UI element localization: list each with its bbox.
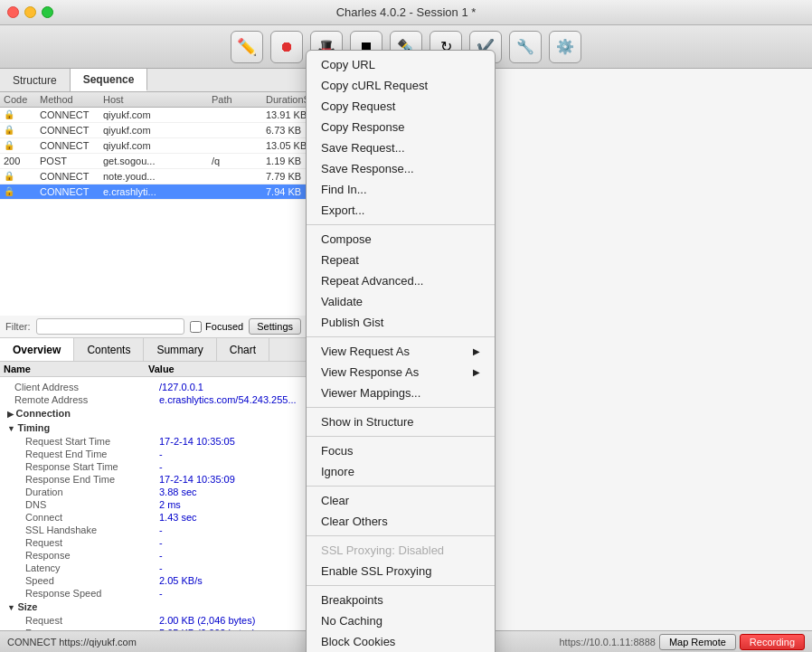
filter-label: Filter:: [5, 321, 31, 332]
menu-item-copy-url[interactable]: Copy URL: [307, 54, 495, 75]
menu-item-validate[interactable]: Validate: [307, 291, 495, 312]
tab-structure[interactable]: Structure: [0, 69, 71, 91]
list-item: Response Speed -: [4, 587, 303, 600]
col-header-duration: Duration: [266, 94, 304, 105]
section-timing[interactable]: Timing: [4, 420, 303, 435]
section-connection[interactable]: Connection: [4, 406, 303, 420]
menu-item-no-caching[interactable]: No Caching: [307, 610, 495, 631]
detail-value: /127.0.0.1: [159, 382, 203, 392]
menu-item-save-request[interactable]: Save Request...: [307, 137, 495, 158]
menu-item-breakpoints[interactable]: Breakpoints: [307, 590, 495, 610]
menu-item-save-response[interactable]: Save Response...: [307, 158, 495, 179]
record-btn[interactable]: ⏺: [270, 31, 303, 63]
maximize-button[interactable]: [42, 6, 53, 18]
filter-input[interactable]: [36, 318, 185, 335]
menu-item-repeat[interactable]: Repeat: [307, 250, 495, 270]
list-item: Response Start Time -: [4, 460, 303, 473]
detail-key: Remote Address: [14, 394, 159, 405]
tab-overview[interactable]: Overview: [0, 338, 74, 361]
wrench-icon: 🔧: [516, 38, 534, 55]
table-row[interactable]: 🔒 CONNECT qiyukf.com 34387 ms 6.73 KB C.…: [0, 123, 307, 138]
separator: [307, 535, 495, 536]
list-item: Request 2.00 KB (2,046 bytes): [4, 614, 303, 627]
menu-item-block-cookies[interactable]: Block Cookies: [307, 631, 495, 652]
tab-contents[interactable]: Contents: [74, 338, 144, 361]
detail-key: Request: [14, 615, 159, 626]
tab-summary[interactable]: Summary: [144, 338, 216, 361]
map-remote-status-button[interactable]: Map Remote: [659, 634, 736, 650]
lock-icon: 🔒: [4, 140, 40, 151]
menu-item-compose[interactable]: Compose: [307, 229, 495, 250]
host-cell: qiyukf.com: [103, 140, 212, 151]
menu-item-view-response-as[interactable]: View Response As ▶: [307, 362, 495, 383]
path-cell: [212, 171, 266, 182]
size-cell: 7.94 KB: [266, 186, 307, 197]
size-cell: 13.05 KB: [266, 140, 307, 151]
detail-key: Request: [14, 537, 159, 548]
menu-item-copy-response[interactable]: Copy Response: [307, 117, 495, 137]
col-header-path: Path: [212, 94, 266, 105]
table-row[interactable]: 🔒 CONNECT e.crashlyti... 3881 ms 7.94 KB…: [0, 184, 307, 200]
window-title: Charles 4.0.2 - Session 1 *: [336, 5, 477, 19]
menu-item-clear-others[interactable]: Clear Others: [307, 511, 495, 532]
detail-tab-bar: Overview Contents Summary Chart: [0, 338, 307, 362]
menu-item-show-in-structure[interactable]: Show in Structure: [307, 411, 495, 432]
menu-item-export[interactable]: Export...: [307, 200, 495, 221]
menu-item-view-request-as[interactable]: View Request As ▶: [307, 341, 495, 362]
menu-item-copy-request[interactable]: Copy Request: [307, 96, 495, 117]
detail-key: Connect: [14, 512, 159, 523]
status-right: https://10.0.1.11:8888 Map Remote Record…: [559, 634, 805, 650]
path-cell: [212, 109, 266, 120]
table-row[interactable]: 🔒 CONNECT note.youd... 12266 ms 7.79 KB …: [0, 169, 307, 184]
detail-value: -: [159, 550, 163, 561]
section-size[interactable]: Size: [4, 600, 303, 614]
table-row[interactable]: 200 POST get.sogou... /q 32 ms 1.19 KB C…: [0, 154, 307, 169]
menu-item-publish-gist[interactable]: Publish Gist: [307, 312, 495, 333]
status-url-text: https://10.0.1.11:8888: [559, 637, 655, 647]
menu-item-enable-ssl-proxying[interactable]: Enable SSL Proxying: [307, 561, 495, 581]
name-col-header: Name: [4, 364, 148, 374]
menu-item-repeat-advanced[interactable]: Repeat Advanced...: [307, 270, 495, 291]
detail-key: Response: [14, 550, 159, 561]
table-row[interactable]: 🔒 CONNECT qiyukf.com 34948 ms 13.91 KB C…: [0, 108, 307, 123]
menu-item-find-in[interactable]: Find In...: [307, 179, 495, 200]
menu-item-viewer-mappings[interactable]: Viewer Mappings...: [307, 383, 495, 403]
menu-item-ignore[interactable]: Ignore: [307, 461, 495, 482]
size-cell: 7.79 KB: [266, 171, 307, 182]
list-item: Connect 1.43 sec: [4, 511, 303, 524]
path-cell: /q: [212, 156, 266, 166]
detail-key: Request End Time: [14, 449, 159, 459]
tools-btn[interactable]: 🔧: [509, 31, 542, 63]
menu-item-focus[interactable]: Focus: [307, 440, 495, 461]
list-item: Response End Time 17-2-14 10:35:09: [4, 473, 303, 486]
pen-tool-btn[interactable]: ✏️: [231, 31, 263, 63]
lock-icon: 🔒: [4, 109, 40, 120]
col-header-code: Code: [4, 94, 40, 105]
tab-sequence[interactable]: Sequence: [71, 69, 148, 91]
detail-content: Client Address /127.0.0.1 Remote Address…: [0, 377, 307, 630]
main-tab-bar: Structure Sequence: [0, 69, 307, 92]
detail-value: e.crashlytics.com/54.243.255...: [159, 394, 297, 405]
recording-status-button[interactable]: Recording: [740, 634, 805, 650]
detail-value: -: [159, 562, 163, 573]
method-cell: CONNECT: [40, 186, 103, 197]
detail-value: 2 ms: [159, 499, 181, 510]
value-col-header: Value: [148, 364, 303, 374]
titlebar: Charles 4.0.2 - Session 1 *: [0, 0, 812, 25]
tab-chart[interactable]: Chart: [217, 338, 269, 361]
col-header-host: Host: [103, 94, 212, 105]
lock-icon: 🔒: [4, 125, 40, 136]
settings-filter-button[interactable]: Settings: [249, 318, 301, 335]
left-panel: Structure Sequence Code Method Host Path…: [0, 69, 307, 630]
focused-checkbox[interactable]: [190, 321, 202, 333]
separator: [307, 486, 495, 487]
separator: [307, 436, 495, 437]
menu-item-clear[interactable]: Clear: [307, 490, 495, 511]
focused-checkbox-label[interactable]: Focused: [190, 321, 243, 333]
table-row[interactable]: 🔒 CONNECT qiyukf.com 34382 ms 13.05 KB C…: [0, 138, 307, 154]
settings-gear-btn[interactable]: ⚙️: [549, 31, 581, 63]
menu-item-copy-curl[interactable]: Copy cURL Request: [307, 75, 495, 96]
close-button[interactable]: [7, 6, 19, 18]
minimize-button[interactable]: [24, 6, 36, 18]
detail-key: Client Address: [14, 382, 159, 392]
